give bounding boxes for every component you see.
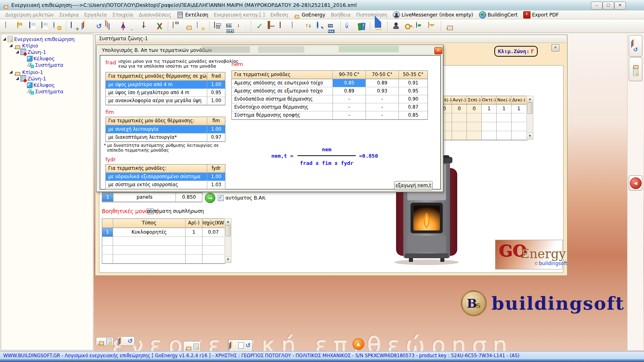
scroll-up-button[interactable]: ▲ bbox=[353, 338, 364, 350]
tree-item-systems-b[interactable]: Συστήματα bbox=[22, 88, 63, 95]
home-button[interactable] bbox=[183, 20, 195, 32]
open-folder-button[interactable] bbox=[15, 20, 27, 32]
tree-item-shell[interactable]: Κέλυφος bbox=[22, 55, 55, 62]
expander-icon[interactable] bbox=[16, 50, 19, 53]
help-button[interactable]: ? bbox=[343, 20, 355, 32]
menu-item-ekthesi[interactable]: Εκθεση bbox=[268, 10, 291, 19]
terminal-bap-cell[interactable]: 0.850 bbox=[176, 193, 202, 202]
email-button[interactable] bbox=[426, 20, 438, 32]
nem-row[interactable]: Ενδοτοίχιο σύστημα θέρμανσης - - 0.87 bbox=[232, 103, 427, 111]
export-nemt-button[interactable]: εξαγωγή nem,t bbox=[394, 181, 433, 190]
clipboard-button[interactable] bbox=[171, 20, 183, 32]
menu-item-energy-category[interactable]: Ενεργειακή κατηγ.[ ] bbox=[211, 10, 267, 19]
tools-button[interactable] bbox=[153, 20, 165, 32]
chart-button[interactable] bbox=[290, 20, 302, 32]
scroll-up-arrow[interactable]: ▲ bbox=[527, 96, 533, 103]
protractor-button[interactable] bbox=[373, 20, 385, 32]
house-3d-button[interactable] bbox=[444, 20, 456, 32]
color-cube-icon[interactable] bbox=[230, 342, 237, 349]
nem-row[interactable]: Σύστημα θέρμανσης οροφής - - 0.85 bbox=[232, 111, 427, 119]
month-cell[interactable]: 1 bbox=[482, 105, 497, 113]
menu-item-stoixeia[interactable]: Στοιχεία bbox=[109, 10, 136, 19]
house-icon[interactable] bbox=[98, 339, 105, 345]
new-document-button[interactable] bbox=[3, 20, 15, 32]
month-cell[interactable]: 1 bbox=[512, 105, 526, 113]
month-cell[interactable]: 0 bbox=[467, 105, 482, 113]
help-books-button[interactable] bbox=[355, 20, 367, 32]
auto-bap-checkbox[interactable] bbox=[218, 195, 224, 201]
tree-item-shell-b[interactable]: Κέλυφος bbox=[22, 82, 55, 88]
tree-item-building[interactable]: Κτίριο bbox=[9, 42, 38, 49]
tee-export-button[interactable]: T.O.T.E.E. bbox=[224, 20, 236, 32]
zone-systems-titlebar[interactable]: Συστήματα ζώνης-1 bbox=[95, 35, 566, 43]
menu-item-voithia[interactable]: Βοήθεια bbox=[328, 10, 353, 19]
nem-row[interactable]: Αμεσης απόδοσης σε εσωτερικό τοίχο 0.85 … bbox=[232, 79, 427, 87]
tee-book-button[interactable]: T.O.T.E.E. bbox=[326, 20, 338, 32]
fim-row[interactable]: με διακοπτόμενη λειτουργία* 0.97 bbox=[106, 134, 225, 142]
brick-wall-button[interactable] bbox=[278, 20, 290, 32]
key-button[interactable] bbox=[402, 20, 414, 32]
color-cube-button[interactable] bbox=[81, 20, 93, 32]
certificate-icon[interactable] bbox=[194, 343, 199, 350]
close-button[interactable]: ✕ bbox=[614, 2, 626, 10]
globe-audit-button[interactable] bbox=[52, 20, 64, 32]
color-cube-icon[interactable] bbox=[120, 338, 126, 344]
expander-icon[interactable] bbox=[9, 70, 12, 74]
right-cube-undo-button[interactable]: ↺ bbox=[629, 35, 642, 57]
menu-item-livemessenger[interactable]: LiveMessenger (inbox empty) bbox=[390, 10, 476, 19]
frad-row-selected[interactable]: με ύψος μικρότερο από 4 m 1.00 bbox=[106, 81, 225, 89]
aux-type-cell[interactable]: Κυκλοφορητές bbox=[113, 228, 186, 237]
fim-row-selected[interactable]: με συνεχή λειτουργία 1.00 bbox=[106, 125, 225, 134]
pane-close-button[interactable]: ✕ bbox=[551, 44, 559, 51]
menu-item-ergaleia[interactable]: Εργαλεία bbox=[81, 10, 109, 19]
confirm-check-button[interactable]: ✓ bbox=[254, 20, 266, 32]
tree-item-zone1b[interactable]: Ζώνη-1 bbox=[16, 75, 46, 82]
nem-row[interactable]: Ενδοδαπέδια σύστημα θέρμανσης - - 0.90 bbox=[232, 95, 427, 103]
aux-count-cell[interactable]: 1 bbox=[186, 228, 202, 237]
nem-row[interactable]: Αμεσης απόδοσης σε εξωτερικό τοίχο 0.89 … bbox=[232, 87, 427, 95]
expander-icon[interactable] bbox=[9, 44, 12, 47]
sort-list-button[interactable] bbox=[302, 20, 314, 32]
aux-power-cell[interactable]: 0.07 bbox=[202, 228, 224, 237]
menu-item-senaria[interactable]: Σενάρια bbox=[56, 10, 81, 19]
scroll-up-arrow[interactable]: ▲ bbox=[225, 219, 231, 225]
undo-button[interactable]: ↺ bbox=[93, 20, 105, 32]
months-scrollbar[interactable]: ▲ ▼ bbox=[526, 96, 533, 140]
aux-scrollbar[interactable]: ▲ ▼ bbox=[225, 218, 231, 263]
frad-row[interactable]: με ανακυκλοφορία αέρα για μεγάλα ύψη 1.0… bbox=[106, 97, 225, 105]
menu-item-pistopoiisi[interactable]: Πιστοποίηση bbox=[353, 10, 390, 19]
calculator-button[interactable] bbox=[212, 20, 224, 32]
exit-door-button[interactable] bbox=[141, 20, 153, 32]
menu-item-diasyndeseis[interactable]: Διασυνδέσεις bbox=[136, 10, 174, 19]
right-back-button[interactable]: ◀ bbox=[629, 175, 642, 191]
signature-button[interactable] bbox=[129, 20, 141, 32]
save-button[interactable] bbox=[27, 20, 39, 32]
color-squares-button[interactable] bbox=[105, 20, 117, 32]
menu-item-ektelesi[interactable]: Εκτέλεση bbox=[174, 10, 211, 19]
frad-row[interactable]: με ύψος ίσο ή μεγαλύτερο από 4 m 0.95 bbox=[106, 89, 225, 97]
month-cell[interactable]: 1 bbox=[497, 105, 512, 113]
nem-selected-cell[interactable]: 0.85 bbox=[333, 79, 366, 87]
right-house-cert-button[interactable] bbox=[629, 57, 642, 81]
maximize-button[interactable]: ▢ bbox=[603, 2, 614, 10]
search-button[interactable] bbox=[314, 20, 326, 32]
user-card-button[interactable] bbox=[390, 20, 402, 32]
screen-icon[interactable] bbox=[238, 342, 244, 349]
undo-icon[interactable]: ↺ bbox=[128, 337, 133, 345]
certificate-icon[interactable] bbox=[106, 338, 111, 345]
fydr-row[interactable]: με σύστημα εκτός ισορροπίας 1.03 bbox=[106, 181, 225, 189]
house-icon[interactable] bbox=[185, 344, 192, 350]
menu-item-buildingcert[interactable]: BuildingCert bbox=[476, 10, 520, 19]
terminal-type-cell[interactable]: panels bbox=[114, 193, 176, 202]
export-pdf-button[interactable]: PDF bbox=[236, 20, 248, 32]
scroll-down-arrow[interactable]: ▼ bbox=[527, 133, 533, 139]
scroll-down-arrow[interactable]: ▼ bbox=[225, 256, 231, 263]
mirror-text-button[interactable]: A bbox=[117, 20, 129, 32]
minimize-button[interactable]: – bbox=[591, 2, 603, 10]
apply-arrow-button[interactable]: → bbox=[205, 193, 215, 203]
save-as-button[interactable] bbox=[39, 20, 52, 32]
dialog-close-button[interactable]: ✕ bbox=[434, 47, 442, 54]
expander-icon[interactable] bbox=[3, 37, 6, 41]
menu-item-exportpdf[interactable]: Export PDF bbox=[520, 10, 561, 19]
tree-item-energy-inspection[interactable]: Ενεργειακή επιθεώρηση bbox=[3, 36, 75, 42]
